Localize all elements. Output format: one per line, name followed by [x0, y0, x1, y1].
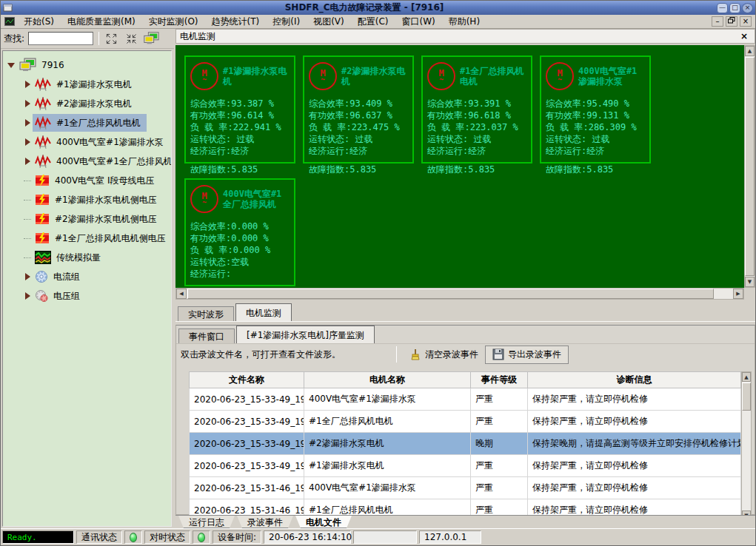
tree-item-2[interactable]: #1渗漏排水泵电机: [3, 75, 171, 94]
expander-icon: [22, 238, 33, 239]
scroll-up-icon[interactable]: ▲: [742, 372, 751, 382]
tree-item-content[interactable]: 400V电气室 I段母线电压: [33, 172, 160, 189]
scroll-up-icon[interactable]: ▲: [745, 46, 755, 56]
table-vertical-scrollbar[interactable]: ▲ ▼: [741, 371, 752, 521]
expander-icon[interactable]: [22, 138, 33, 146]
tree-item-content[interactable]: #1渗漏排水泵电机侧电压: [33, 192, 163, 208]
tree-item-content[interactable]: 传统模拟量: [33, 249, 107, 266]
stat-line: 综合效率:0.000 %: [190, 220, 290, 232]
tree-item-content[interactable]: #1全厂总排风机电机侧电压: [33, 230, 172, 246]
menu-item-3[interactable]: 实时监测(O): [142, 15, 205, 29]
bottom-tab-2[interactable]: 录波事件: [237, 516, 293, 528]
tree-item-1[interactable]: 7916: [3, 55, 171, 75]
column-header-2[interactable]: 电机名称: [304, 372, 471, 388]
application-window: SHDFR_C电力故障记录装置 - [7916] — □ × 开始(S)电能质量…: [0, 0, 756, 546]
menu-item-2[interactable]: 电能质量监测(M): [61, 15, 142, 29]
motor-icon: [35, 96, 51, 111]
menu-item-1[interactable]: 开始(S): [17, 15, 61, 29]
motor-card-header: M~#1全厂总排风机电机: [427, 61, 526, 92]
mdi-restore-button[interactable]: [726, 16, 737, 27]
tree-item-content[interactable]: 7916: [16, 56, 70, 74]
tree-item-label: 7916: [41, 60, 64, 70]
app-icon: [3, 4, 13, 13]
tree-item-10[interactable]: #1全厂总排风机电机侧电压: [3, 229, 171, 248]
expand-all-icon[interactable]: [103, 31, 119, 46]
tree-item-content[interactable]: #2渗漏排水泵电机侧电压: [33, 211, 163, 227]
tree-item-content[interactable]: #1渗漏排水泵电机: [33, 75, 138, 93]
view-tab-bar: 实时波形电机监测: [175, 303, 755, 322]
window-minimize-button[interactable]: —: [717, 3, 728, 13]
clear-events-button[interactable]: 清空录波事件: [403, 346, 485, 363]
column-header-4[interactable]: 诊断信息: [528, 372, 741, 388]
mdi-close-button[interactable]: ×: [740, 16, 752, 27]
export-events-button[interactable]: 导出录波事件: [485, 346, 569, 364]
event-window-pane: 事件窗口[#1渗漏排水泵电机]序量监测 双击录波文件名，可打开查看文件波形。 清…: [175, 325, 755, 515]
tree-item-12[interactable]: 电流组: [3, 267, 171, 286]
fault-index-line: 故障指数:5.835: [309, 164, 408, 176]
cell-diagnosis: 保持架严重，请立即停机检修: [528, 455, 741, 477]
collapse-all-icon[interactable]: [123, 31, 139, 46]
menu-item-4[interactable]: 趋势统计(T): [205, 15, 267, 29]
expander-icon: [22, 181, 33, 181]
tree-item-6[interactable]: 400V电气室#1全厂总排风机: [3, 152, 171, 171]
view-tab-1[interactable]: 实时波形: [178, 306, 234, 321]
scroll-right-icon[interactable]: ▶: [733, 289, 743, 299]
tree-item-7[interactable]: 400V电气室 I段母线电压: [3, 171, 171, 190]
menu-item-9[interactable]: 帮助(H): [442, 15, 486, 29]
view-tab-2[interactable]: 电机监测: [235, 303, 292, 321]
event-tab-2[interactable]: [#1渗漏排水泵电机]序量监测: [236, 326, 375, 343]
empty-status-box: [353, 530, 417, 544]
column-header-1[interactable]: 文件名称: [190, 372, 304, 388]
menu-item-7[interactable]: 配置(C): [351, 15, 395, 29]
tree-item-9[interactable]: #2渗漏排水泵电机侧电压: [3, 209, 171, 229]
expander-icon[interactable]: [22, 119, 33, 127]
table-row-3[interactable]: 2020-06-23_15-33-49_191#2渗漏排水泵电机晚期保持架晚期，…: [190, 433, 741, 455]
tree-item-content[interactable]: 电流组: [33, 269, 86, 285]
scroll-down-icon[interactable]: ▼: [745, 277, 755, 287]
tree-item-content[interactable]: 400V电气室#1全厂总排风机: [33, 152, 172, 170]
expander-icon[interactable]: [22, 158, 33, 165]
tree-item-content[interactable]: #2渗漏排水泵电机: [33, 95, 138, 112]
comm-status-led-box: [124, 530, 142, 544]
expander-icon[interactable]: [6, 63, 16, 68]
motor-card-title: 400V电气室#1全厂总排风机: [223, 189, 290, 209]
expander-icon[interactable]: [22, 273, 33, 280]
window-close-button[interactable]: ×: [742, 3, 753, 13]
expander-icon[interactable]: [22, 100, 33, 107]
window-maximize-button[interactable]: □: [729, 3, 740, 13]
device-monitor-icon[interactable]: [143, 31, 159, 46]
tree-item-13[interactable]: 电压组: [3, 286, 171, 306]
menu-item-8[interactable]: 窗口(W): [395, 15, 441, 29]
table-row-2[interactable]: 2020-06-23_15-33-49_191#1全厂总排风机电机严重保持架严重…: [190, 411, 741, 433]
scrollbar-thumb[interactable]: [742, 382, 751, 411]
event-tab-1[interactable]: 事件窗口: [178, 328, 235, 343]
search-input[interactable]: [28, 32, 93, 45]
tree-item-11[interactable]: 传统模拟量: [3, 248, 171, 267]
tree-item-4[interactable]: #1全厂总排风机电机: [3, 113, 171, 132]
vertical-scrollbar[interactable]: ▲ ▼: [744, 45, 755, 288]
scrollbar-thumb[interactable]: [745, 57, 755, 276]
table-row-1[interactable]: 2020-06-23_15-33-49_191400V电气室#1渗漏排水泵严重保…: [190, 388, 741, 411]
expander-icon[interactable]: [22, 292, 33, 300]
bottom-tab-3[interactable]: 电机文件: [295, 516, 352, 528]
tree-item-content[interactable]: #1全厂总排风机电机: [33, 114, 147, 132]
tree-item-content[interactable]: 400V电气室#1渗漏排水泵: [33, 133, 170, 151]
panel-close-icon[interactable]: ×: [737, 31, 751, 41]
table-row-4[interactable]: 2020-06-23_15-33-49_191#1渗漏排水泵电机严重保持架严重，…: [190, 455, 741, 477]
tree-item-content[interactable]: 电压组: [33, 288, 86, 304]
table-row-5[interactable]: 2020-06-23_15-31-46_190400V电气室#1渗漏排水泵严重保…: [190, 477, 741, 499]
event-hint-text: 双击录波文件名，可打开查看文件波形。: [181, 348, 341, 361]
column-header-3[interactable]: 事件等级: [471, 372, 528, 388]
bottom-tab-1[interactable]: 运行日志: [178, 516, 235, 528]
tree-item-5[interactable]: 400V电气室#1渗漏排水泵: [3, 132, 171, 152]
scrollbar-thumb[interactable]: [187, 289, 714, 299]
tree-item-8[interactable]: #1渗漏排水泵电机侧电压: [3, 190, 171, 209]
scroll-left-icon[interactable]: ◀: [176, 289, 187, 299]
menu-item-6[interactable]: 视图(V): [307, 15, 351, 29]
mdi-minimize-button[interactable]: –: [712, 16, 723, 27]
status-bar: Ready. 通讯状态 对时状态 设备时间: 20-06-23 16:14:10…: [1, 528, 755, 545]
tree-item-3[interactable]: #2渗漏排水泵电机: [3, 94, 171, 113]
horizontal-scrollbar[interactable]: ◀ ▶: [175, 288, 744, 300]
menu-item-5[interactable]: 控制(I): [266, 15, 307, 29]
expander-icon[interactable]: [22, 81, 33, 88]
